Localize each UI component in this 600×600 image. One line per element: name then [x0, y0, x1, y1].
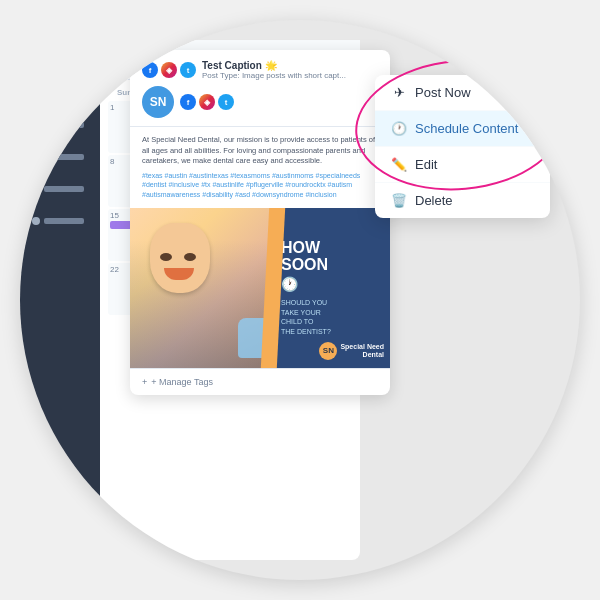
social-icons: f ◈ t — [142, 62, 196, 78]
manage-tags-label: + Manage Tags — [151, 377, 213, 387]
twitter-icon: t — [180, 62, 196, 78]
post-body-text: At Special Need Dental, our mission is t… — [142, 135, 378, 167]
edit-icon: ✏️ — [391, 157, 407, 172]
post-subtitle: Post Type: Image posts with short capt..… — [202, 71, 346, 80]
menu-item-delete[interactable]: 🗑️ Delete — [375, 183, 550, 218]
child-face — [150, 223, 210, 293]
soon-text: SOON — [281, 256, 382, 274]
sidebar-item-analytics[interactable] — [24, 79, 96, 107]
post-now-icon: ✈ — [391, 85, 407, 100]
post-social-row: SN f ◈ t — [142, 86, 378, 118]
post-image-text-overlay: HOW SOON 🕐 SHOULD YOUTAKE YOURCHILD TOTH… — [273, 208, 390, 368]
post-hashtags: #texas #austin #austintexas #texasmoms #… — [142, 171, 378, 200]
main-scene: SN ‹ › January/February Sun Mon — [20, 20, 580, 580]
delete-label: Delete — [415, 193, 453, 208]
schedule-label: Schedule Content — [415, 121, 518, 136]
menu-item-schedule[interactable]: 🕐 Schedule Content — [375, 111, 550, 147]
post-fb-icon: f — [180, 94, 196, 110]
post-card: f ◈ t Test Caption 🌟 Post Type: Image po… — [130, 50, 390, 395]
brand-name-text: Special NeedDental — [340, 343, 384, 360]
should-text: SHOULD YOUTAKE YOURCHILD TOTHE DENTIST? — [281, 298, 382, 337]
brand-logo-icon: SN — [319, 342, 337, 360]
post-image: HOW SOON 🕐 SHOULD YOUTAKE YOURCHILD TOTH… — [130, 208, 390, 368]
schedule-icon: 🕐 — [391, 121, 407, 136]
sidebar-item-report[interactable] — [24, 207, 96, 235]
context-menu: ✈ Post Now 🕐 Schedule Content ✏️ Edit 🗑️… — [375, 75, 550, 218]
menu-item-post-now[interactable]: ✈ Post Now — [375, 75, 550, 111]
instagram-icon: ◈ — [161, 62, 177, 78]
sidebar-item-calendar[interactable] — [24, 175, 96, 203]
post-now-label: Post Now — [415, 85, 471, 100]
menu-item-edit[interactable]: ✏️ Edit — [375, 147, 550, 183]
calendar-sidebar: SN — [20, 40, 100, 560]
cal-back-button[interactable]: ‹ — [110, 49, 132, 71]
post-body: At Special Need Dental, our mission is t… — [130, 127, 390, 208]
post-avatar: SN — [142, 86, 174, 118]
post-tw-icon: t — [218, 94, 234, 110]
brand-logo: SN Special NeedDental — [319, 342, 384, 360]
post-ig-icon: ◈ — [199, 94, 215, 110]
clock-icon: 🕐 — [281, 276, 382, 292]
post-photo — [130, 208, 273, 368]
sidebar-item-post[interactable] — [24, 111, 96, 139]
plus-icon: + — [142, 377, 147, 387]
post-title: Test Caption 🌟 — [202, 60, 346, 71]
facebook-icon: f — [142, 62, 158, 78]
post-header: f ◈ t Test Caption 🌟 Post Type: Image po… — [130, 50, 390, 127]
sidebar-item-inbox[interactable] — [24, 143, 96, 171]
post-footer: + + Manage Tags — [130, 368, 390, 395]
manage-tags-button[interactable]: + + Manage Tags — [142, 377, 378, 387]
delete-icon: 🗑️ — [391, 193, 407, 208]
how-text: HOW — [281, 239, 382, 257]
edit-label: Edit — [415, 157, 437, 172]
